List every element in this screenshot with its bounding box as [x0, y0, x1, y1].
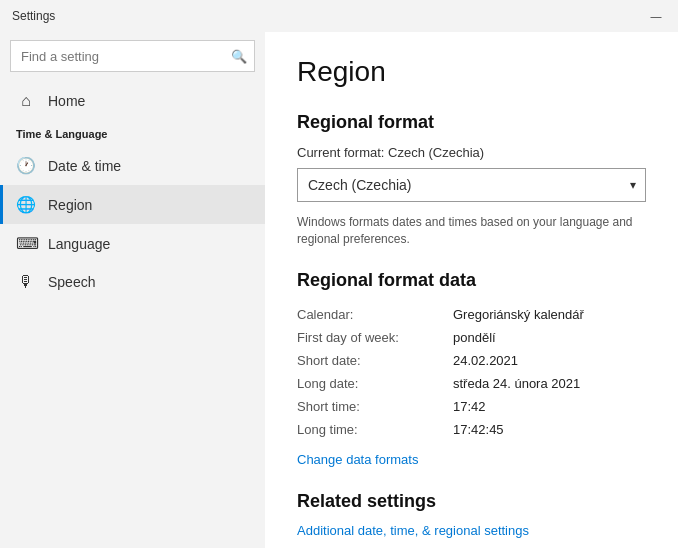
table-row: Long time: 17:42:45: [297, 418, 646, 441]
format-note: Windows formats dates and times based on…: [297, 214, 646, 248]
regional-format-title: Regional format: [297, 112, 646, 133]
sidebar-item-speech[interactable]: 🎙 Speech: [0, 263, 265, 301]
sidebar-item-speech-label: Speech: [48, 274, 95, 290]
sidebar-item-language[interactable]: ⌨ Language: [0, 224, 265, 263]
search-container: 🔍: [10, 40, 255, 72]
related-settings-title: Related settings: [297, 491, 646, 512]
row-label: First day of week:: [297, 330, 437, 345]
format-dropdown[interactable]: Czech (Czechia): [297, 168, 646, 202]
sidebar: 🔍 ⌂ Home Time & Language 🕐 Date & time 🌐…: [0, 32, 265, 548]
table-row: Short date: 24.02.2021: [297, 349, 646, 372]
sidebar-item-language-label: Language: [48, 236, 110, 252]
row-value: středa 24. února 2021: [453, 376, 580, 391]
speech-icon: 🎙: [16, 273, 36, 291]
sidebar-item-home-label: Home: [48, 93, 85, 109]
date-time-icon: 🕐: [16, 156, 36, 175]
additional-settings-link[interactable]: Additional date, time, & regional settin…: [297, 523, 529, 538]
row-label: Short date:: [297, 353, 437, 368]
row-value: 17:42:45: [453, 422, 504, 437]
row-label: Long time:: [297, 422, 437, 437]
window-title: Settings: [12, 9, 55, 23]
sidebar-section-label: Time & Language: [0, 120, 265, 146]
table-row: Long date: středa 24. února 2021: [297, 372, 646, 395]
sidebar-item-region[interactable]: 🌐 Region: [0, 185, 265, 224]
regional-format-data-title: Regional format data: [297, 270, 646, 291]
title-bar: Settings —: [0, 0, 678, 32]
current-format-label: Current format: Czech (Czechia): [297, 145, 646, 160]
format-dropdown-container: Czech (Czechia) ▾: [297, 168, 646, 202]
main-content: Region Regional format Current format: C…: [265, 32, 678, 548]
language-icon: ⌨: [16, 234, 36, 253]
row-label: Short time:: [297, 399, 437, 414]
row-label: Calendar:: [297, 307, 437, 322]
page-title: Region: [297, 56, 646, 88]
table-row: Calendar: Gregoriánský kalendář: [297, 303, 646, 326]
minimize-button[interactable]: —: [646, 6, 666, 26]
sidebar-item-date-time[interactable]: 🕐 Date & time: [0, 146, 265, 185]
settings-window: Settings — 🔍 ⌂ Home Time & Language 🕐 Da…: [0, 0, 678, 548]
format-data-table: Calendar: Gregoriánský kalendář First da…: [297, 303, 646, 441]
content-area: 🔍 ⌂ Home Time & Language 🕐 Date & time 🌐…: [0, 32, 678, 548]
region-icon: 🌐: [16, 195, 36, 214]
sidebar-item-region-label: Region: [48, 197, 92, 213]
table-row: First day of week: pondělí: [297, 326, 646, 349]
table-row: Short time: 17:42: [297, 395, 646, 418]
change-data-formats-link[interactable]: Change data formats: [297, 452, 418, 467]
row-value: 17:42: [453, 399, 486, 414]
window-controls: —: [646, 6, 666, 26]
search-input[interactable]: [10, 40, 255, 72]
home-icon: ⌂: [16, 92, 36, 110]
row-value: 24.02.2021: [453, 353, 518, 368]
sidebar-item-date-time-label: Date & time: [48, 158, 121, 174]
row-value: Gregoriánský kalendář: [453, 307, 584, 322]
sidebar-item-home[interactable]: ⌂ Home: [0, 82, 265, 120]
row-value: pondělí: [453, 330, 496, 345]
row-label: Long date:: [297, 376, 437, 391]
